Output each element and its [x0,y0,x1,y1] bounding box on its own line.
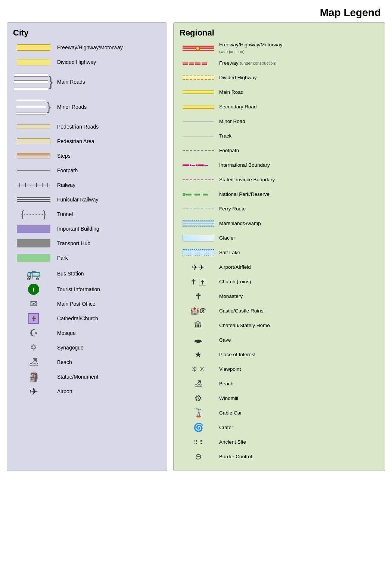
reg-chateau-label: Chateau/Stately Home [217,322,270,329]
city-title: City [13,28,161,38]
tourist-info-label: Tourist Information [54,286,100,293]
reg-chateau-icon: 🏛 [180,321,217,330]
reg-interest-label: Place of Interest [217,351,256,358]
reg-windmill-label: Windmill [217,395,238,402]
pedestrian-roads-icon [13,124,54,129]
list-item: 🏰🏚 Castle/Castle Ruins [180,305,379,317]
transport-hub-label: Transport Hub [54,240,90,247]
reg-track-label: Track [217,133,231,139]
statue-label: Statue/Monument [54,373,99,380]
mosque-label: Mosque [54,330,76,336]
list-item: Pedestrian Area [13,135,161,147]
reg-viewpoint-label: Viewpoint [217,366,241,373]
reg-airport-label: Airport/Airfield [217,264,251,271]
national-park-label: National Park/Reserve [217,191,270,198]
freeway-label: Freeway/Highway/Motorway [54,44,123,51]
divided-highway-icon [13,59,54,65]
list-item: Salt Lake [180,247,379,259]
footpath-icon [13,170,54,171]
steps-icon [13,153,54,158]
list-item: Railway [13,179,161,191]
reg-interest-icon: ★ [180,350,217,360]
tunnel-icon: { } [13,209,54,220]
reg-church-icon: ✝ ✝ [180,277,217,286]
reg-cave-icon: 🕳 [180,335,217,345]
beach-label: Beach [54,359,72,366]
list-item: Freeway (under construction) [180,57,379,69]
reg-footpath-icon [180,150,217,151]
park-icon [13,254,54,262]
list-item: { } Tunnel [13,208,161,220]
reg-main-road-icon [180,90,217,94]
main-roads-label: Main Roads [54,78,85,85]
synagogue-label: Synagogue [54,344,84,351]
reg-cable-car-icon: 🚡 [180,408,217,418]
page-title: Map Legend [0,0,392,22]
list-item: Main Road [180,86,379,98]
intl-boundary-label: International Boundary [217,162,270,169]
list-item: 🚌 Bus Station [13,267,161,281]
reg-freeway-junction-label: Freeway/Highway/Motorway (with junction) [217,41,283,55]
list-item: Funicular Railway [13,194,161,206]
info-circle-icon: i [28,284,39,295]
list-item: ⚙ Windmill [180,392,379,404]
list-item: ⊖ Border Control [180,451,379,463]
list-item: 🏖 Beach [180,378,379,390]
reg-monastery-icon: ✝ [180,291,217,302]
list-item: ✈ Airport [13,385,161,398]
tourist-info-icon: i [13,284,54,295]
glacier-label: Glacier [217,235,235,241]
reg-border-control-icon: ⊖ [180,452,217,462]
list-item: ⠿ ⠿ Ancient Site [180,436,379,448]
reg-castle-label: Castle/Castle Ruins [217,308,264,314]
reg-cable-car-label: Cable Car [217,410,242,416]
mosque-icon: ☪ [13,327,54,339]
list-item: Footpath [13,164,161,176]
reg-freeway-junction-icon [180,46,217,51]
list-item: 🏖 Beach [13,356,161,368]
reg-monastery-label: Monastery [217,293,243,300]
list-item: ✡ Synagogue [13,342,161,354]
regional-title: Regional [180,28,379,38]
marshland-icon [180,220,217,227]
list-item: ★ Place of Interest [180,349,379,361]
post-office-icon: ✉ [13,299,54,309]
list-item: ✝ ✝ Church (ruins) [180,276,379,288]
list-item: Track [180,130,379,142]
reg-airport-icon: ✈✈ [180,263,217,272]
reg-ancient-site-icon: ⠿ ⠿ [180,439,217,445]
pedestrian-area-label: Pedestrian Area [54,138,94,145]
pedestrian-area-icon [13,138,54,144]
ferry-route-icon [180,209,217,209]
reg-minor-road-icon [180,121,217,122]
important-building-icon [13,225,54,233]
list-item: ✝ Monastery [180,290,379,302]
pedestrian-roads-label: Pedestrian Roads [54,123,99,130]
reg-cave-label: Cave [217,337,231,344]
minor-roads-label: Minor Roads [54,104,87,110]
list-item: } Main Roads [13,71,161,93]
reg-track-icon [180,136,217,136]
reg-secondary-road-label: Secondary Road [217,104,257,110]
list-item: Minor Road [180,115,379,127]
reg-viewpoint-icon: ❊ ✳ [180,365,217,373]
list-item: ✉ Main Post Office [13,298,161,310]
list-item: 🗿 Statue/Monument [13,371,161,383]
bus-station-label: Bus Station [54,270,84,277]
beach-icon: 🏖 [13,357,54,368]
reg-freeway-construction-label: Freeway (under construction) [217,60,276,67]
reg-windmill-icon: ⚙ [180,394,217,403]
main-roads-icon: } [13,74,54,90]
list-item: Transport Hub [13,237,161,249]
list-item: Park [13,252,161,264]
list-item: Ferry Route [180,203,379,215]
list-item: } Minor Roads [13,96,161,118]
list-item: Footpath [180,145,379,157]
salt-lake-label: Salt Lake [217,249,240,256]
funicular-railway-icon [13,197,54,202]
list-item: Freeway/Highway/Motorway (with junction) [180,41,379,55]
cathedral-label: Cathedral/Church [54,315,98,322]
reg-border-control-label: Border Control [217,453,252,460]
list-item: Secondary Road [180,101,379,113]
list-item: 🌀 Crater [180,422,379,434]
